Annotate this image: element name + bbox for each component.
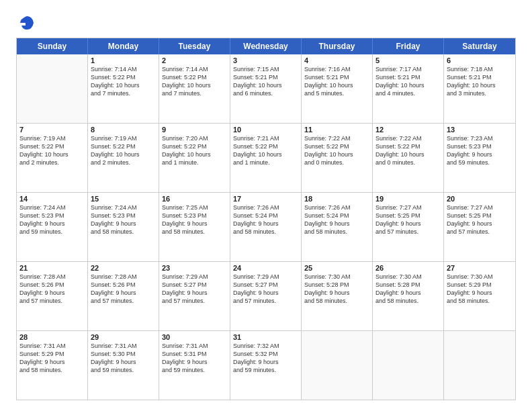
calendar-cell: 1Sunrise: 7:14 AMSunset: 5:22 PMDaylight… bbox=[88, 54, 159, 123]
header bbox=[16, 13, 516, 30]
calendar-row: 28Sunrise: 7:31 AMSunset: 5:29 PMDayligh… bbox=[17, 330, 515, 400]
calendar-cell bbox=[302, 331, 373, 400]
calendar-cell: 12Sunrise: 7:22 AMSunset: 5:22 PMDayligh… bbox=[373, 124, 444, 192]
cell-details: Sunrise: 7:24 AMSunset: 5:23 PMDaylight:… bbox=[19, 203, 85, 236]
day-number: 25 bbox=[304, 264, 369, 272]
cell-details: Sunrise: 7:24 AMSunset: 5:23 PMDaylight:… bbox=[91, 203, 156, 236]
day-number: 10 bbox=[233, 126, 298, 134]
cell-details: Sunrise: 7:14 AMSunset: 5:22 PMDaylight:… bbox=[91, 65, 156, 98]
cell-details: Sunrise: 7:27 AMSunset: 5:25 PMDaylight:… bbox=[375, 203, 441, 236]
cell-details: Sunrise: 7:32 AMSunset: 5:32 PMDaylight:… bbox=[233, 342, 298, 375]
calendar-cell: 29Sunrise: 7:31 AMSunset: 5:30 PMDayligh… bbox=[88, 331, 159, 400]
cell-details: Sunrise: 7:31 AMSunset: 5:29 PMDaylight:… bbox=[19, 342, 85, 375]
day-number: 12 bbox=[375, 126, 441, 134]
calendar-cell: 30Sunrise: 7:31 AMSunset: 5:31 PMDayligh… bbox=[159, 331, 230, 400]
cell-details: Sunrise: 7:21 AMSunset: 5:22 PMDaylight:… bbox=[233, 134, 298, 167]
cell-details: Sunrise: 7:30 AMSunset: 5:29 PMDaylight:… bbox=[447, 273, 513, 306]
cell-details: Sunrise: 7:26 AMSunset: 5:24 PMDaylight:… bbox=[233, 203, 298, 236]
calendar-cell: 21Sunrise: 7:28 AMSunset: 5:26 PMDayligh… bbox=[17, 262, 88, 330]
day-number: 19 bbox=[375, 195, 441, 203]
calendar-cell: 9Sunrise: 7:20 AMSunset: 5:22 PMDaylight… bbox=[159, 124, 230, 192]
calendar-cell: 17Sunrise: 7:26 AMSunset: 5:24 PMDayligh… bbox=[230, 193, 302, 261]
day-number: 26 bbox=[375, 264, 441, 272]
calendar-cell: 26Sunrise: 7:30 AMSunset: 5:28 PMDayligh… bbox=[373, 262, 444, 330]
calendar-row: 7Sunrise: 7:19 AMSunset: 5:22 PMDaylight… bbox=[17, 123, 515, 192]
day-number: 7 bbox=[19, 126, 85, 134]
calendar-cell bbox=[444, 331, 515, 400]
calendar-cell: 3Sunrise: 7:15 AMSunset: 5:21 PMDaylight… bbox=[230, 54, 302, 123]
day-number: 30 bbox=[162, 333, 227, 341]
calendar-cell: 10Sunrise: 7:21 AMSunset: 5:22 PMDayligh… bbox=[230, 124, 302, 192]
calendar-row: 21Sunrise: 7:28 AMSunset: 5:26 PMDayligh… bbox=[17, 261, 515, 330]
calendar-cell: 4Sunrise: 7:16 AMSunset: 5:21 PMDaylight… bbox=[302, 54, 373, 123]
page: SundayMondayTuesdayWednesdayThursdayFrid… bbox=[0, 0, 532, 411]
day-number: 1 bbox=[91, 56, 156, 64]
cell-details: Sunrise: 7:16 AMSunset: 5:21 PMDaylight:… bbox=[304, 65, 369, 98]
calendar-cell: 15Sunrise: 7:24 AMSunset: 5:23 PMDayligh… bbox=[88, 193, 159, 261]
cell-details: Sunrise: 7:14 AMSunset: 5:22 PMDaylight:… bbox=[162, 65, 227, 98]
calendar-cell: 16Sunrise: 7:25 AMSunset: 5:23 PMDayligh… bbox=[159, 193, 230, 261]
day-number: 3 bbox=[233, 56, 298, 64]
calendar-header-cell: Wednesday bbox=[230, 38, 302, 54]
logo-icon bbox=[17, 13, 36, 32]
calendar-row: 14Sunrise: 7:24 AMSunset: 5:23 PMDayligh… bbox=[17, 192, 515, 261]
cell-details: Sunrise: 7:30 AMSunset: 5:28 PMDaylight:… bbox=[375, 273, 441, 306]
cell-details: Sunrise: 7:18 AMSunset: 5:21 PMDaylight:… bbox=[447, 65, 513, 98]
day-number: 27 bbox=[447, 264, 513, 272]
calendar-cell bbox=[17, 54, 88, 123]
calendar-header: SundayMondayTuesdayWednesdayThursdayFrid… bbox=[17, 38, 515, 54]
calendar-cell bbox=[373, 331, 444, 400]
cell-details: Sunrise: 7:22 AMSunset: 5:22 PMDaylight:… bbox=[304, 134, 369, 167]
cell-details: Sunrise: 7:28 AMSunset: 5:26 PMDaylight:… bbox=[91, 273, 156, 306]
day-number: 8 bbox=[91, 126, 156, 134]
calendar-cell: 25Sunrise: 7:30 AMSunset: 5:28 PMDayligh… bbox=[302, 262, 373, 330]
cell-details: Sunrise: 7:15 AMSunset: 5:21 PMDaylight:… bbox=[233, 65, 298, 98]
day-number: 18 bbox=[304, 195, 369, 203]
day-number: 16 bbox=[162, 195, 227, 203]
cell-details: Sunrise: 7:19 AMSunset: 5:22 PMDaylight:… bbox=[91, 134, 156, 167]
day-number: 22 bbox=[91, 264, 156, 272]
day-number: 31 bbox=[233, 333, 298, 341]
day-number: 5 bbox=[375, 56, 441, 64]
calendar-cell: 2Sunrise: 7:14 AMSunset: 5:22 PMDaylight… bbox=[159, 54, 230, 123]
calendar-cell: 5Sunrise: 7:17 AMSunset: 5:21 PMDaylight… bbox=[373, 54, 444, 123]
calendar: SundayMondayTuesdayWednesdayThursdayFrid… bbox=[16, 38, 516, 400]
calendar-header-cell: Thursday bbox=[302, 38, 373, 54]
calendar-cell: 23Sunrise: 7:29 AMSunset: 5:27 PMDayligh… bbox=[159, 262, 230, 330]
day-number: 23 bbox=[162, 264, 227, 272]
cell-details: Sunrise: 7:19 AMSunset: 5:22 PMDaylight:… bbox=[19, 134, 85, 167]
calendar-header-cell: Friday bbox=[373, 38, 444, 54]
calendar-cell: 27Sunrise: 7:30 AMSunset: 5:29 PMDayligh… bbox=[444, 262, 515, 330]
calendar-cell: 11Sunrise: 7:22 AMSunset: 5:22 PMDayligh… bbox=[302, 124, 373, 192]
cell-details: Sunrise: 7:27 AMSunset: 5:25 PMDaylight:… bbox=[447, 203, 513, 236]
calendar-header-cell: Sunday bbox=[17, 38, 88, 54]
day-number: 4 bbox=[304, 56, 369, 64]
calendar-cell: 7Sunrise: 7:19 AMSunset: 5:22 PMDaylight… bbox=[17, 124, 88, 192]
calendar-cell: 19Sunrise: 7:27 AMSunset: 5:25 PMDayligh… bbox=[373, 193, 444, 261]
logo bbox=[16, 13, 36, 30]
cell-details: Sunrise: 7:31 AMSunset: 5:31 PMDaylight:… bbox=[162, 342, 227, 375]
day-number: 17 bbox=[233, 195, 298, 203]
calendar-header-cell: Tuesday bbox=[159, 38, 230, 54]
calendar-cell: 28Sunrise: 7:31 AMSunset: 5:29 PMDayligh… bbox=[17, 331, 88, 400]
day-number: 29 bbox=[91, 333, 156, 341]
calendar-body: 1Sunrise: 7:14 AMSunset: 5:22 PMDaylight… bbox=[17, 54, 515, 400]
calendar-row: 1Sunrise: 7:14 AMSunset: 5:22 PMDaylight… bbox=[17, 54, 515, 123]
calendar-header-cell: Monday bbox=[88, 38, 159, 54]
day-number: 13 bbox=[447, 126, 513, 134]
day-number: 2 bbox=[162, 56, 227, 64]
calendar-cell: 6Sunrise: 7:18 AMSunset: 5:21 PMDaylight… bbox=[444, 54, 515, 123]
day-number: 11 bbox=[304, 126, 369, 134]
cell-details: Sunrise: 7:31 AMSunset: 5:30 PMDaylight:… bbox=[91, 342, 156, 375]
day-number: 14 bbox=[19, 195, 85, 203]
day-number: 21 bbox=[19, 264, 85, 272]
day-number: 15 bbox=[91, 195, 156, 203]
calendar-cell: 24Sunrise: 7:29 AMSunset: 5:27 PMDayligh… bbox=[230, 262, 302, 330]
calendar-cell: 13Sunrise: 7:23 AMSunset: 5:23 PMDayligh… bbox=[444, 124, 515, 192]
day-number: 24 bbox=[233, 264, 298, 272]
cell-details: Sunrise: 7:30 AMSunset: 5:28 PMDaylight:… bbox=[304, 273, 369, 306]
calendar-cell: 18Sunrise: 7:26 AMSunset: 5:24 PMDayligh… bbox=[302, 193, 373, 261]
cell-details: Sunrise: 7:28 AMSunset: 5:26 PMDaylight:… bbox=[19, 273, 85, 306]
calendar-cell: 31Sunrise: 7:32 AMSunset: 5:32 PMDayligh… bbox=[230, 331, 302, 400]
cell-details: Sunrise: 7:20 AMSunset: 5:22 PMDaylight:… bbox=[162, 134, 227, 167]
